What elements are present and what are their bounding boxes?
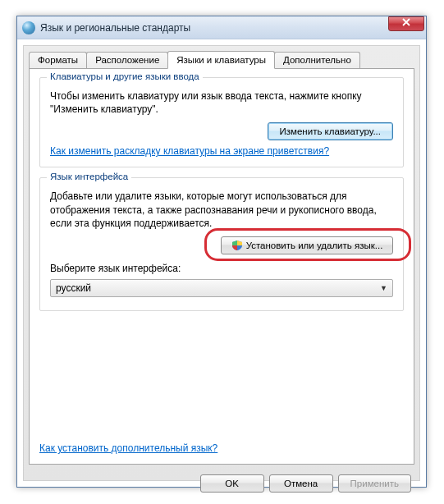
group-ui-language-title: Язык интерфейса [47, 172, 131, 181]
tab-location[interactable]: Расположение [86, 52, 168, 69]
dialog-body: Форматы Расположение Языки и клавиатуры … [23, 45, 420, 481]
group-ui-language-desc: Добавьте или удалите языки, которые могу… [50, 190, 393, 230]
window-title: Язык и региональные стандарты [40, 22, 388, 34]
close-button[interactable] [388, 16, 424, 31]
titlebar: Язык и региональные стандарты [17, 16, 426, 39]
uac-shield-icon [231, 240, 243, 251]
tab-formats[interactable]: Форматы [29, 52, 87, 69]
tab-languages-keyboards[interactable]: Языки и клавиатуры [167, 51, 275, 69]
tab-page: Клавиатуры и другие языки ввода Чтобы из… [29, 68, 414, 465]
group-keyboards: Клавиатуры и другие языки ввода Чтобы из… [39, 77, 404, 167]
globe-icon [22, 21, 35, 34]
ok-button[interactable]: OK [200, 474, 264, 493]
group-keyboards-desc: Чтобы изменить клавиатуру или язык ввода… [50, 89, 393, 116]
dialog-button-row: OK Отмена Применить [24, 470, 419, 493]
tabbar: Форматы Расположение Языки и клавиатуры … [24, 46, 419, 68]
group-ui-language: Язык интерфейса Добавьте или удалите язы… [39, 177, 404, 311]
change-keyboard-button[interactable]: Изменить клавиатуру... [268, 122, 393, 140]
ui-language-dropdown[interactable]: русский ▼ [50, 279, 393, 297]
ui-language-value: русский [56, 282, 380, 294]
apply-button[interactable]: Применить [338, 474, 411, 493]
tab-additional[interactable]: Дополнительно [274, 52, 360, 69]
welcome-screen-layout-link[interactable]: Как изменить раскладку клавиатуры на экр… [50, 145, 329, 157]
install-additional-language-link[interactable]: Как установить дополнительный язык? [39, 442, 217, 454]
chevron-down-icon: ▼ [380, 284, 387, 292]
dialog-window: Язык и региональные стандарты Форматы Ра… [16, 16, 427, 488]
install-remove-language-button[interactable]: Установить или удалить язык... [221, 236, 393, 254]
cancel-button[interactable]: Отмена [269, 474, 333, 493]
group-keyboards-title: Клавиатуры и другие языки ввода [47, 71, 203, 81]
select-language-label: Выберите язык интерфейса: [50, 263, 393, 274]
install-remove-language-label: Установить или удалить язык... [246, 241, 383, 250]
